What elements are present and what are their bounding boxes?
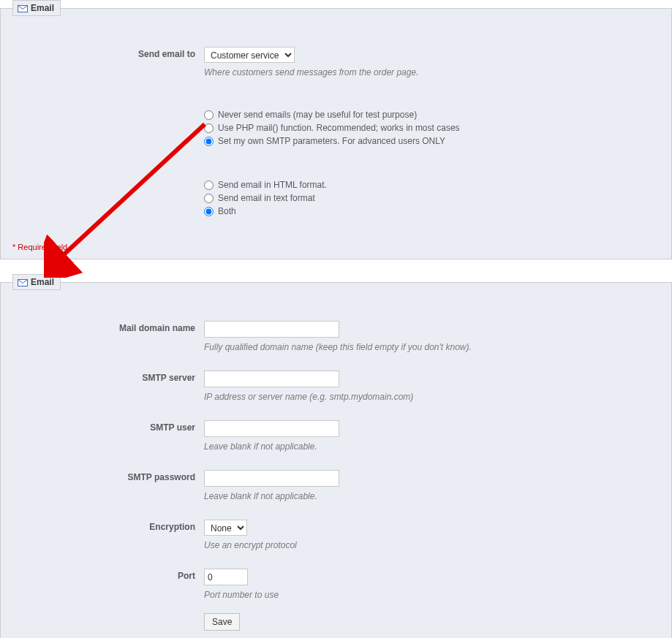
port-label: Port <box>12 569 204 581</box>
email-legend-bottom: Email <box>12 274 61 290</box>
format-html-label: Send email in HTML format. <box>218 178 327 191</box>
smtp-user-hint: Leave blank if not applicable. <box>204 441 660 452</box>
mail-domain-hint: Fully qualified domain name (keep this f… <box>204 342 660 352</box>
send-to-select[interactable]: Customer service <box>204 47 295 63</box>
smtp-password-label: SMTP password <box>12 470 204 482</box>
row-mail-format: Send email in HTML format. Send email in… <box>12 177 660 218</box>
required-note: * Required field <box>12 243 67 251</box>
email-panel-top: Email Send email to Customer service Whe… <box>0 0 672 259</box>
smtp-server-label: SMTP server <box>12 371 204 383</box>
port-hint: Port number to use <box>204 590 660 600</box>
row-mail-mode: Never send emails (may be useful for tes… <box>12 107 660 148</box>
send-to-label: Send email to <box>12 47 204 59</box>
smtp-user-label: SMTP user <box>12 420 204 433</box>
format-html-radio[interactable] <box>204 181 214 190</box>
smtp-server-hint: IP address or server name (e.g. smtp.myd… <box>204 392 660 402</box>
encryption-select[interactable]: None <box>204 520 247 536</box>
mail-icon <box>18 278 28 286</box>
format-both-label: Both <box>218 205 236 218</box>
save-button[interactable]: Save <box>204 613 240 631</box>
format-both-radio[interactable] <box>204 207 214 216</box>
format-text[interactable]: Send email in text format <box>204 191 660 205</box>
mode-never[interactable]: Never send emails (may be useful for tes… <box>204 108 660 121</box>
send-to-hint: Where customers send messages from the o… <box>204 67 660 77</box>
email-legend-top: Email <box>12 0 61 16</box>
mode-never-label: Never send emails (may be useful for tes… <box>218 108 417 121</box>
smtp-server-input[interactable] <box>204 371 339 387</box>
encryption-label: Encryption <box>12 520 204 532</box>
mail-domain-label: Mail domain name <box>12 321 204 333</box>
email-legend-bottom-text: Email <box>31 277 54 287</box>
format-text-label: Send email in text format <box>218 191 315 205</box>
port-input[interactable] <box>204 569 248 585</box>
format-both[interactable]: Both <box>204 205 660 218</box>
smtp-password-hint: Leave blank if not applicable. <box>204 491 660 501</box>
mail-mode-group: Never send emails (may be useful for tes… <box>204 108 660 148</box>
row-mail-domain: Mail domain name Fully qualified domain … <box>12 321 660 352</box>
row-smtp-password: SMTP password Leave blank if not applica… <box>12 470 660 501</box>
row-encryption: Encryption None Use an encrypt protocol <box>12 520 660 550</box>
row-port: Port Port number to use <box>12 569 660 600</box>
mode-php-radio[interactable] <box>204 124 214 133</box>
row-smtp-user: SMTP user Leave blank if not applicable. <box>12 420 660 452</box>
format-html[interactable]: Send email in HTML format. <box>204 178 660 191</box>
mode-php-label: Use PHP mail() function. Recommended; wo… <box>218 121 460 134</box>
row-send-to: Send email to Customer service Where cus… <box>12 47 660 77</box>
mode-smtp-radio[interactable] <box>204 137 214 146</box>
encryption-hint: Use an encrypt protocol <box>204 540 660 550</box>
mail-format-group: Send email in HTML format. Send email in… <box>204 178 660 218</box>
mail-icon <box>18 4 28 12</box>
mode-never-radio[interactable] <box>204 110 214 120</box>
format-text-radio[interactable] <box>204 194 214 203</box>
email-panel-bottom: Email Mail domain name Fully qualified d… <box>0 274 672 638</box>
smtp-user-input[interactable] <box>204 420 339 437</box>
mail-domain-input[interactable] <box>204 321 339 338</box>
row-smtp-server: SMTP server IP address or server name (e… <box>12 371 660 402</box>
mode-smtp-label: Set my own SMTP parameters. For advanced… <box>218 134 445 148</box>
email-legend-top-text: Email <box>31 3 54 13</box>
smtp-password-input[interactable] <box>204 470 339 487</box>
mode-php[interactable]: Use PHP mail() function. Recommended; wo… <box>204 121 660 134</box>
row-save: Save <box>12 613 660 631</box>
mode-smtp[interactable]: Set my own SMTP parameters. For advanced… <box>204 134 660 148</box>
